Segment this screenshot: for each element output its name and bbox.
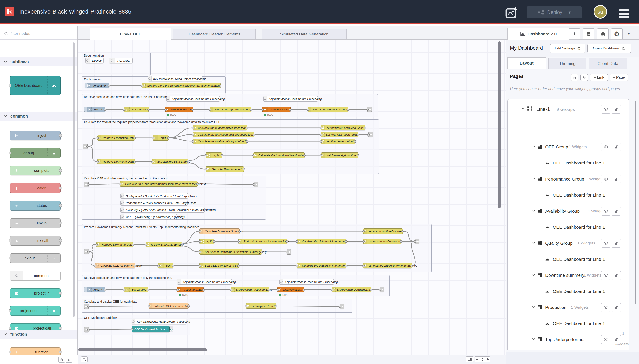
chevron-down-icon[interactable] <box>532 146 535 148</box>
inject-button[interactable] <box>84 287 87 292</box>
lock-toggle-button[interactable] <box>611 174 621 184</box>
flow-node-srt5[interactable]: Sort data from most recent to oldest <box>238 238 287 244</box>
tree-group-row-production[interactable]: Production1 Widgets <box>508 303 629 312</box>
flow-node-std[interactable]: set flow.total_downtime <box>321 152 358 158</box>
flow-node-dd6[interactable]: DowntimeData <box>277 287 304 292</box>
flow-node-coee[interactable]: Calculate OEE and other metrics, then st… <box>120 181 198 187</box>
flow-comment[interactable]: Key Instructions: Read Before Proceeding <box>177 279 232 284</box>
chevron-down-icon[interactable] <box>532 210 535 212</box>
tree-group-row-performance-group[interactable]: Performance Group1 Widgets <box>508 174 629 184</box>
flow-group[interactable]: Calculate and display OEE for each day. <box>82 299 353 313</box>
chevron-down-icon[interactable] <box>532 178 535 180</box>
flow-node-spl3[interactable]: split <box>153 135 169 140</box>
flow-comment[interactable]: OEE = (Availability) * (Performance) * (… <box>120 214 177 220</box>
tree-group-row-availability-group[interactable]: Availability Group1 Widgets <box>508 207 629 216</box>
flow-tab-Line-1-OEE[interactable]: Line-1 OEE <box>90 28 171 40</box>
flow-node-li5[interactable] <box>84 249 89 254</box>
palette-node-link-in[interactable]: link in <box>10 218 61 228</box>
move-down-button[interactable] <box>580 74 588 81</box>
flow-node-fcds[interactable]: fCalculate Downtime Summery <box>199 228 240 234</box>
flow-node-sto[interactable]: set flow.target_output <box>321 138 356 144</box>
flow-comment[interactable]: Key Instructions: Read Before Proceeding <box>279 279 334 284</box>
add-page-button[interactable]: + Page <box>610 74 628 81</box>
navigator-toggle-button[interactable] <box>466 356 474 362</box>
canvas-vertical-scrollbar[interactable] <box>498 42 501 208</box>
tree-group-row-quality-group[interactable]: Quality Group1 Widgets <box>508 239 629 248</box>
flow-tab-Dashboard-Header-Elements[interactable]: Dashboard Header Elements <box>173 29 256 40</box>
flow-node-li3[interactable] <box>83 144 88 149</box>
visibility-toggle-button[interactable] <box>601 207 610 216</box>
flow-comment[interactable]: Availavity = (Total Shift Duration - Tot… <box>120 207 205 212</box>
flow-node-stgu[interactable]: set flow.total_good_units <box>321 132 358 137</box>
tree-group-row-downtime-summery[interactable]: Downtime summery1 Widgets <box>508 271 629 280</box>
lock-toggle-button[interactable] <box>611 239 621 248</box>
tree-group-row-oee-group[interactable]: OEE Group1 Widgets <box>508 142 629 152</box>
flow-node-sw5[interactable]: Is Downtime Data Empty? <box>146 242 182 247</box>
sidebar-tab-client-data[interactable]: Client Data <box>589 58 627 69</box>
flow-node-sub8[interactable]: OEE Dashboard for Line 1 <box>132 326 170 332</box>
flow-node-lo6[interactable] <box>380 287 384 292</box>
tree-widget-row[interactable]: OEE Dashboard for Line 1 <box>508 256 629 263</box>
flow-node-spd6[interactable]: store in msg.ProductionData <box>231 287 269 292</box>
tree-widget-row[interactable]: OEE Dashboard for Line 1 <box>508 288 629 295</box>
flow-node-tto[interactable]: Calculate the total target output of tod… <box>192 138 247 144</box>
flow-node-srd[interactable]: set msg.recentDowntime <box>363 238 401 244</box>
chevron-down-icon[interactable] <box>532 306 535 308</box>
flow-group[interactable]: Documentation <box>82 53 151 75</box>
visibility-toggle-button[interactable] <box>601 303 610 312</box>
visibility-toggle-button[interactable] <box>601 271 610 280</box>
lock-toggle-button[interactable] <box>611 335 621 344</box>
flow-node-sdd2[interactable]: store in msg.downtime_data <box>308 106 348 112</box>
flow-node-tpu[interactable]: Calculate the total produced units today <box>192 125 247 130</box>
palette-node-status[interactable]: status <box>10 201 61 210</box>
flow-node-spl5b[interactable]: split <box>158 263 173 268</box>
flow-node-rdd3[interactable]: Retrieve Downtime Data <box>97 159 135 164</box>
ai-assistant-icon[interactable] <box>505 6 518 18</box>
flow-node-fday[interactable]: fcalculate OEE for each day <box>149 303 189 309</box>
inject-button[interactable] <box>84 107 87 112</box>
sidebar-tab-layout[interactable]: Layout <box>507 58 546 69</box>
palette-node-comment[interactable]: comment <box>10 271 61 280</box>
palette-node-catch[interactable]: catch <box>10 183 61 193</box>
flow-node-ctd[interactable]: Calculate the total downtime duration <box>253 152 305 158</box>
flow-node-li4[interactable] <box>84 182 89 187</box>
visibility-toggle-button[interactable] <box>601 105 610 114</box>
flow-node-srt5b[interactable]: Sort OEE from worst to best <box>199 263 239 268</box>
visibility-toggle-button[interactable] <box>601 142 610 152</box>
flow-comment[interactable]: Key Instructions: Read Before Proceeding <box>166 96 220 102</box>
inject-button[interactable] <box>85 83 87 88</box>
edit-settings-button[interactable]: Edit Settings ⚙ <box>550 44 585 53</box>
tree-group-row-top-underperformi-[interactable]: Top Underperformi...1Widgets <box>508 335 629 344</box>
tree-widget-row[interactable]: OEE Dashboard for Line 1 <box>508 320 629 327</box>
flow-node-lo4[interactable] <box>253 182 258 187</box>
flow-node-stupm[interactable]: set msg.topUnderPerformingMachines <box>363 263 412 268</box>
flow-node-fcoem[interactable]: fCalculate OEE for each machine <box>95 263 135 268</box>
flow-canvas[interactable]: DocumentationConfigurationRetrieve produ… <box>78 40 506 355</box>
flow-node-srde[interactable]: Set Recent Downtime & Downtime summery t… <box>199 249 262 255</box>
chevron-down-icon[interactable] <box>532 274 535 276</box>
flow-node-tgu[interactable]: Calculate the total good units produced … <box>192 132 254 137</box>
flow-comment[interactable]: Key Instructions: Read Before Proceeding <box>148 76 202 82</box>
lock-toggle-button[interactable] <box>611 271 621 280</box>
tab-dashboard-2-0[interactable]: Dashboard 2.0 <box>507 28 570 40</box>
flow-node-li7[interactable] <box>84 304 89 309</box>
flow-comment[interactable]: License <box>85 58 104 63</box>
palette-category-function[interactable]: function <box>0 330 77 339</box>
canvas-horizontal-scrollbar[interactable] <box>78 348 207 351</box>
flow-node-pd6[interactable]: ProductionData <box>177 287 204 292</box>
palette-node-project-out[interactable]: project out <box>10 306 61 316</box>
chevron-down-icon[interactable] <box>532 242 535 244</box>
flow-node-inj6[interactable]: inject ↻ <box>84 287 105 292</box>
flow-node-dd2[interactable]: DowntimeData <box>262 106 290 112</box>
flow-node-sp6[interactable]: Set params <box>124 287 148 292</box>
flow-comment[interactable]: Performance = Total Produced Units / Tot… <box>120 200 188 206</box>
flow-node-lo2[interactable] <box>367 106 372 112</box>
flow-node-li8[interactable] <box>84 327 89 332</box>
sidebar-tab-theming[interactable]: Theming <box>548 58 586 69</box>
tree-widget-row[interactable]: OEE Dashboard for Line 1 <box>508 224 629 231</box>
open-dashboard-button[interactable]: Open Dashboard <box>587 44 631 53</box>
settings-tab-button[interactable]: ⚙ <box>611 28 622 39</box>
flow-node-sds[interactable]: set msg.downtimeSummery <box>363 228 403 234</box>
flow-group[interactable]: Retrieve production and downtime data fr… <box>82 275 390 296</box>
flow-node-sw3[interactable]: Is Downtime Data Empty? <box>152 159 188 164</box>
